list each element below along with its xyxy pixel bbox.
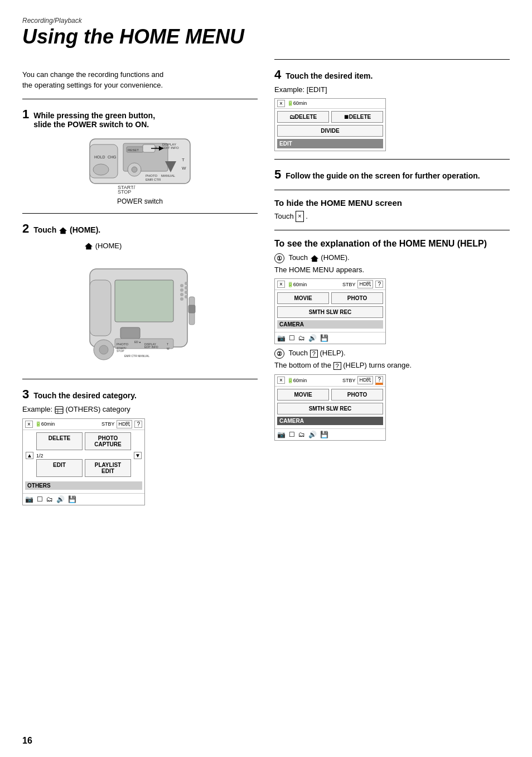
svg-rect-36 (115, 280, 173, 322)
hide-home-content: Touch × . (274, 211, 510, 223)
svg-text:EDIT INFO: EDIT INFO (144, 345, 158, 349)
step5-number: 5 (274, 167, 281, 182)
help-battery-1: 🔋60min (287, 282, 307, 287)
help-row-3: MOVIE PHOTO (277, 389, 383, 401)
step4-screen: × 🔋60min 🗂DELETE ⏹DELETE DIVIDE EDIT (274, 98, 386, 151)
hf1-i5: 💾 (320, 334, 328, 342)
hide-x-box: × (296, 211, 303, 222)
step3-screen: × 🔋60min STBY HD民 ? ▲ DELETE P (22, 418, 145, 505)
help-close-1: × (277, 281, 285, 288)
delete-btn[interactable]: DELETE (36, 432, 83, 450)
hf2-i1: 📷 (277, 431, 286, 438)
edit-row-1: 🗂DELETE ⏹DELETE (277, 111, 383, 123)
step5-heading: Follow the guide on the screen for furth… (286, 171, 480, 180)
svg-point-32 (185, 282, 188, 285)
help-body-2: MOVIE PHOTO SMTH SLW REC CAMERA (275, 387, 385, 428)
hf2-i5: 💾 (320, 431, 328, 438)
help-sub-step-1: ① Touch (HOME). The HOME MENU appears. ×… (274, 253, 510, 344)
home-icon-label (84, 242, 93, 250)
edit-header-4: × 🔋60min (275, 99, 385, 109)
screen-help-3: ? (134, 421, 142, 428)
svg-text:T: T (182, 157, 185, 162)
stop-delete-btn[interactable]: ⏹DELETE (331, 111, 383, 123)
divider-step2 (22, 213, 258, 214)
help-sub2-line: ② Touch ? (HELP). (274, 349, 510, 359)
photo-capture-btn[interactable]: PHOTO CAPTURE (85, 432, 131, 450)
svg-rect-42 (188, 305, 195, 313)
hf2-i3: 🗂 (298, 431, 305, 438)
smth-slw-btn-2[interactable]: SMTH SLW REC (277, 403, 383, 414)
svg-point-30 (180, 293, 183, 296)
divide-btn[interactable]: DIVIDE (277, 125, 383, 137)
scroll-up[interactable]: ▲ (26, 452, 33, 459)
others-icon (55, 406, 64, 414)
svg-text:HOLD: HOLD (94, 155, 105, 159)
edit-battery: 🔋60min (287, 100, 307, 106)
svg-marker-56 (311, 255, 318, 262)
edit-close: × (277, 100, 285, 107)
help-box-inline-2: ? (333, 362, 341, 370)
right-column: 4 Touch the desired item. Example: [EDIT… (274, 59, 510, 510)
page-header: Recording/Playback Using the HOME MENU (22, 17, 510, 48)
intro-text: You can change the recording functions a… (22, 69, 258, 91)
camera-svg: PHOTO ED ● DISPLAY EDIT INFO START/ STOP… (84, 252, 196, 369)
svg-rect-52 (55, 406, 63, 413)
photo-btn-2[interactable]: PHOTO (331, 389, 383, 401)
hf1-i4: 🔊 (308, 334, 317, 342)
smth-slw-btn-1[interactable]: SMTH SLW REC (277, 306, 383, 318)
step1-number: 1 (22, 107, 29, 122)
edit-label: EDIT (277, 139, 383, 148)
home-label: (HOME) (95, 242, 122, 250)
hf2-i2: ☐ (289, 431, 295, 438)
left-column: You can change the recording functions a… (22, 59, 258, 510)
playlist-edit-btn[interactable]: PLAYLIST EDIT (85, 459, 131, 477)
movie-btn-1[interactable]: MOVIE (277, 292, 329, 304)
svg-rect-37 (120, 327, 140, 339)
category-label: Recording/Playback (22, 17, 510, 25)
help-sub1-line: ① Touch (HOME). (274, 253, 510, 263)
footer-icon-5: 💾 (68, 495, 76, 503)
screen-stby-3: STBY (101, 421, 115, 427)
screen-hd-3: HD民 (117, 420, 132, 428)
svg-text:EMR CTR MANUAL: EMR CTR MANUAL (124, 354, 149, 358)
help-footer-1: 📷 ☐ 🗂 🔊 💾 (275, 332, 385, 344)
svg-text:PHOTO: PHOTO (146, 174, 158, 177)
svg-text:PHOTO: PHOTO (117, 343, 129, 346)
help-stby-2: STBY (342, 378, 356, 383)
screen-label-others: OTHERS (25, 481, 142, 490)
edit-btn[interactable]: EDIT (36, 459, 83, 477)
img-delete-btn[interactable]: 🗂DELETE (277, 111, 329, 123)
svg-text:EDIT INFO: EDIT INFO (162, 146, 179, 150)
svg-text:W: W (167, 347, 170, 350)
hf1-i2: ☐ (289, 334, 295, 342)
help-hd-1: HD民 (357, 280, 373, 288)
hf1-i3: 🗂 (298, 334, 305, 342)
help-row-1: MOVIE PHOTO (277, 292, 383, 304)
camera-label-2: CAMERA (277, 417, 383, 425)
hf2-i4: 🔊 (308, 431, 317, 438)
help-row-4: SMTH SLW REC (277, 403, 383, 414)
step4-example: Example: [EDIT] (274, 85, 510, 94)
movie-btn-2[interactable]: MOVIE (277, 389, 329, 401)
svg-point-28 (180, 284, 183, 287)
step3-heading: Touch the desired category. (33, 391, 137, 400)
step1-block: 1 While pressing the green button,slide … (22, 107, 258, 205)
step2-number: 2 (22, 221, 29, 236)
help-hd-2: HD民 (357, 376, 373, 384)
divider-help (274, 230, 510, 230)
svg-point-35 (185, 295, 188, 298)
step4-number: 4 (274, 67, 281, 82)
step2-block: 2 Touch (HOME). (HOME) (22, 221, 258, 372)
svg-point-5 (93, 164, 109, 175)
svg-point-31 (180, 297, 183, 301)
main-title: Using the HOME MENU (22, 26, 510, 48)
step2-heading: Touch (HOME). (33, 225, 100, 234)
svg-text:ED ●: ED ● (134, 340, 141, 344)
scroll-down[interactable]: ▼ (134, 452, 142, 459)
divider-step3 (22, 379, 258, 379)
photo-btn-1[interactable]: PHOTO (331, 292, 383, 304)
svg-point-33 (185, 286, 188, 290)
help-help-1: ? (375, 281, 383, 288)
camera-label-1: CAMERA (277, 320, 383, 329)
step3-example: Example: (OTHERS) category (22, 405, 258, 414)
